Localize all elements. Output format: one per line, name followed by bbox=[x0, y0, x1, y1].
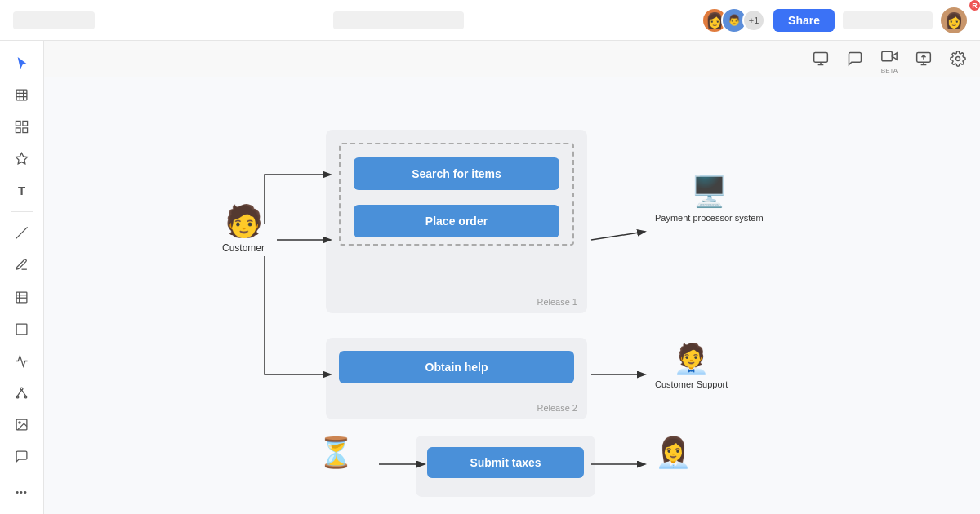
diagram: 🧑 Customer Search for items Place order … bbox=[199, 97, 812, 497]
canvas[interactable]: 🧑 Customer Search for items Place order … bbox=[44, 77, 980, 514]
release3-lane: Submit taxes bbox=[416, 436, 595, 497]
chat-icon[interactable] bbox=[843, 47, 867, 71]
svg-rect-24 bbox=[16, 324, 27, 335]
monitor-icon[interactable] bbox=[808, 47, 833, 71]
svg-marker-3 bbox=[892, 52, 897, 59]
svg-line-19 bbox=[16, 228, 27, 239]
sidebar-item-chart[interactable] bbox=[7, 347, 37, 375]
sidebar-item-network[interactable] bbox=[7, 379, 37, 407]
sidebar-item-image[interactable] bbox=[7, 410, 37, 439]
customer-support-actor: 🧑‍💼 Customer Support bbox=[655, 342, 728, 389]
more-collaborators-badge: +1 bbox=[742, 9, 765, 32]
svg-line-29 bbox=[22, 390, 26, 396]
release2-lane: Obtain help Release 2 bbox=[326, 338, 587, 419]
collaborators-group: 👩 👨 R +1 bbox=[702, 7, 765, 33]
support2-actor: 👩‍💼 bbox=[655, 436, 692, 470]
svg-point-8 bbox=[956, 57, 960, 61]
header-right: 👩 👨 R +1 Share 👩 bbox=[702, 7, 967, 33]
search-bar[interactable] bbox=[843, 11, 933, 29]
svg-rect-15 bbox=[23, 122, 28, 126]
svg-rect-17 bbox=[23, 128, 28, 133]
video-icon[interactable] bbox=[877, 44, 902, 69]
beta-label: BETA bbox=[881, 67, 898, 74]
svg-rect-16 bbox=[16, 128, 20, 133]
payment-processor-actor: 🖥️ Payment processor system bbox=[655, 175, 764, 224]
svg-point-26 bbox=[16, 396, 19, 398]
header: 👩 👨 R +1 Share 👩 bbox=[0, 0, 980, 41]
release2-label: Release 2 bbox=[537, 403, 577, 413]
search-items-box[interactable]: Search for items bbox=[354, 157, 559, 190]
processor-label: Payment processor system bbox=[655, 212, 764, 224]
svg-rect-20 bbox=[16, 292, 27, 303]
svg-point-27 bbox=[24, 396, 27, 398]
svg-line-33 bbox=[591, 232, 644, 240]
sidebar-divider-1 bbox=[11, 211, 33, 212]
support-emoji: 🧑‍💼 bbox=[673, 342, 710, 376]
timer-actor: ⏳ bbox=[318, 436, 354, 470]
breadcrumb-bar[interactable] bbox=[333, 11, 464, 29]
timer-emoji: ⏳ bbox=[318, 436, 354, 470]
submit-taxes-box[interactable]: Submit taxes bbox=[427, 447, 584, 478]
app-title-bar bbox=[13, 11, 95, 29]
svg-point-31 bbox=[19, 422, 20, 423]
processor-emoji: 🖥️ bbox=[691, 175, 728, 209]
support-label: Customer Support bbox=[655, 379, 728, 389]
sidebar-item-text[interactable]: T bbox=[7, 176, 37, 205]
sidebar-item-more[interactable]: ••• bbox=[7, 477, 37, 506]
sidebar-item-comment[interactable] bbox=[7, 442, 37, 471]
screen-share-icon[interactable] bbox=[911, 47, 936, 71]
svg-rect-9 bbox=[16, 90, 27, 100]
sidebar: T ••• bbox=[0, 41, 44, 514]
customer-emoji: 🧑 bbox=[225, 203, 263, 239]
release1-lane: Search for items Place order Release 1 bbox=[326, 130, 587, 313]
toolbar-row: BETA bbox=[808, 41, 970, 77]
support2-emoji: 👩‍💼 bbox=[655, 436, 692, 470]
release1-label: Release 1 bbox=[537, 297, 577, 307]
place-order-box[interactable]: Place order bbox=[354, 205, 559, 237]
sidebar-item-note[interactable] bbox=[7, 315, 37, 343]
user-avatar[interactable]: 👩 bbox=[941, 7, 967, 33]
share-button[interactable]: Share bbox=[773, 9, 835, 32]
video-beta-container: BETA bbox=[877, 44, 902, 74]
sidebar-item-favorites[interactable] bbox=[7, 144, 37, 173]
sidebar-item-shapes[interactable] bbox=[7, 113, 37, 141]
sidebar-item-grid[interactable] bbox=[7, 283, 37, 312]
customer-actor: 🧑 Customer bbox=[222, 203, 265, 254]
svg-rect-4 bbox=[882, 51, 893, 61]
obtain-help-box[interactable]: Obtain help bbox=[339, 351, 574, 383]
sidebar-item-cursor[interactable] bbox=[7, 49, 37, 78]
release1-dashed-box: Search for items Place order bbox=[339, 143, 574, 246]
header-left bbox=[13, 11, 95, 29]
svg-line-28 bbox=[18, 390, 22, 396]
svg-rect-14 bbox=[16, 122, 20, 126]
sidebar-item-line[interactable] bbox=[7, 219, 37, 247]
settings-icon[interactable] bbox=[946, 47, 970, 71]
svg-point-25 bbox=[20, 388, 23, 390]
customer-label: Customer bbox=[222, 242, 265, 254]
sidebar-item-table[interactable] bbox=[7, 81, 37, 109]
sidebar-item-pen[interactable] bbox=[7, 250, 37, 279]
svg-marker-18 bbox=[16, 153, 27, 164]
svg-rect-0 bbox=[814, 53, 828, 63]
header-center bbox=[333, 11, 464, 29]
